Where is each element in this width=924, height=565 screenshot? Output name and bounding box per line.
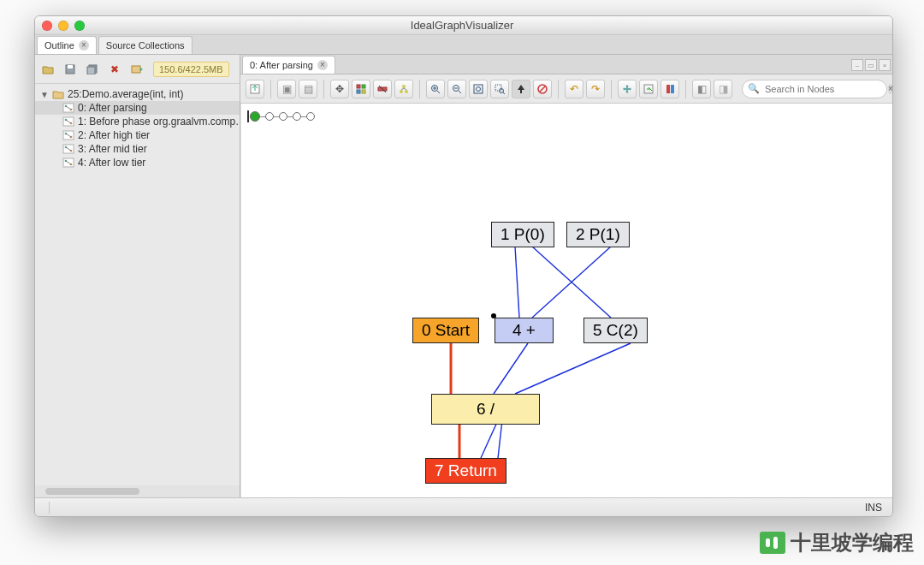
svg-rect-24	[362, 90, 365, 93]
extract-icon[interactable]	[639, 80, 658, 98]
filter-icon[interactable]: ◨	[714, 80, 732, 98]
zoom-region-icon[interactable]	[490, 80, 509, 98]
graph-file-icon	[62, 144, 74, 154]
graph-file-icon	[62, 116, 74, 127]
tree-root-label: 25:Demo.average(int, int)	[68, 88, 183, 100]
undo-icon[interactable]: ↶	[565, 80, 583, 98]
close-icon[interactable]: ×	[317, 60, 328, 70]
wechat-logo-icon	[760, 532, 785, 554]
graph-edges	[241, 104, 892, 497]
tree-item[interactable]: 3: After mid tier	[35, 142, 240, 156]
folder-icon	[52, 89, 64, 99]
tree-item[interactable]: 2: After high tier	[35, 128, 240, 142]
main-toolbar: ▣ ▤ ✥ ↶ ↷	[240, 74, 892, 104]
close-pane-icon[interactable]: ×	[879, 59, 891, 71]
svg-rect-40	[671, 85, 674, 93]
document-tabstrip: 0: After parsing × – ▭ ×	[240, 55, 892, 74]
insert-mode-indicator: INS	[865, 502, 886, 514]
svg-point-28	[400, 90, 403, 93]
hide-icon[interactable]	[373, 80, 392, 98]
tab-label: Outline	[44, 40, 74, 51]
search-box[interactable]: 🔍 ×	[742, 80, 887, 98]
save-icon[interactable]	[61, 60, 80, 79]
svg-line-45	[515, 343, 631, 394]
tree-item-label: 2: After high tier	[78, 129, 150, 141]
zoom-in-icon[interactable]	[426, 80, 445, 98]
svg-point-29	[405, 90, 408, 93]
svg-line-44	[494, 343, 528, 394]
svg-line-41	[515, 247, 519, 318]
delete-icon[interactable]: ✖	[105, 60, 124, 79]
app-window: IdealGraphVisualizer Outline × Source Co…	[34, 15, 893, 517]
zoom-out-icon[interactable]	[447, 80, 466, 98]
graph-node-parameter[interactable]: 2 P(1)	[566, 222, 630, 247]
svg-rect-34	[495, 85, 501, 91]
tab-outline[interactable]: Outline ×	[37, 36, 97, 54]
clear-search-icon[interactable]: ×	[888, 84, 893, 94]
watermark-text: 十里坡学编程	[791, 529, 914, 556]
pin-icon[interactable]: ◧	[692, 80, 711, 98]
document-tab-label: 0: After parsing	[250, 60, 313, 70]
sidebar-toolbar: ✖ 150.6/422.5MB	[35, 55, 240, 84]
search-input[interactable]	[763, 83, 885, 95]
graph-node-divide[interactable]: 6 /	[431, 394, 540, 425]
bookmark-icon[interactable]	[660, 80, 679, 98]
save-all-icon[interactable]	[83, 60, 102, 79]
svg-rect-4	[132, 66, 140, 73]
collapse-icon[interactable]: ▣	[277, 80, 296, 98]
maximize-window-button[interactable]	[74, 21, 85, 31]
tree-item-label: 3: After mid tier	[78, 143, 147, 155]
svg-line-37	[540, 86, 545, 92]
zoom-fit-icon[interactable]	[469, 80, 488, 98]
document-tab[interactable]: 0: After parsing ×	[242, 56, 335, 74]
tree-item[interactable]: 1: Before phase org.graalvm.comp…	[35, 115, 240, 128]
svg-line-47	[498, 420, 502, 458]
graph-node-add[interactable]: 4 +	[495, 318, 554, 343]
minimize-window-button[interactable]	[58, 21, 68, 31]
window-controls	[42, 21, 85, 31]
restore-pane-icon[interactable]: ▭	[865, 59, 877, 71]
sidebar-scrollbar[interactable]	[35, 485, 240, 497]
sidebar-tabstrip: Outline × Source Collections	[35, 35, 892, 55]
expand-icon[interactable]: ▤	[299, 80, 317, 98]
refresh-icon[interactable]	[127, 60, 146, 79]
redo-icon[interactable]: ↷	[586, 80, 605, 98]
watermark: 十里坡学编程	[760, 529, 914, 556]
select-mode-icon[interactable]	[512, 80, 530, 98]
open-icon[interactable]	[38, 60, 57, 79]
graph-canvas[interactable]: 1 P(0) 2 P(1) 0 Start 4 + 5 C(2) 6 / 7 R…	[240, 104, 892, 497]
sidebar: ✖ 150.6/422.5MB ▼ 25:Demo.average(int, i…	[35, 55, 240, 497]
graph-node-start[interactable]: 0 Start	[412, 318, 479, 343]
graph-file-icon	[62, 130, 74, 140]
graph-file-icon	[62, 103, 74, 113]
tab-label: Source Collections	[106, 40, 185, 51]
svg-rect-22	[362, 85, 365, 88]
graph-node-return[interactable]: 7 Return	[425, 458, 506, 484]
svg-rect-3	[87, 67, 95, 74]
svg-rect-1	[68, 65, 73, 68]
status-bar: INS	[35, 497, 892, 516]
svg-point-33	[477, 86, 481, 91]
main-panel: 0: After parsing × – ▭ × ▣ ▤ ✥	[240, 55, 892, 497]
close-window-button[interactable]	[42, 21, 52, 31]
graph-file-icon	[62, 158, 74, 168]
layout-icon[interactable]	[352, 80, 370, 98]
pan-icon[interactable]	[618, 80, 637, 98]
svg-rect-21	[357, 85, 360, 88]
graph-node-parameter[interactable]: 1 P(0)	[491, 222, 554, 247]
tree-item[interactable]: 4: After low tier	[35, 156, 240, 170]
disclosure-triangle-icon[interactable]: ▼	[40, 90, 49, 99]
tree-root[interactable]: ▼ 25:Demo.average(int, int)	[35, 87, 240, 101]
flow-icon[interactable]	[394, 80, 413, 98]
stop-icon[interactable]	[533, 80, 552, 98]
tree-item-label: 1: Before phase org.graalvm.comp…	[78, 116, 240, 128]
minimize-pane-icon[interactable]: –	[851, 59, 863, 71]
export-icon[interactable]	[246, 80, 264, 98]
close-icon[interactable]: ×	[79, 40, 89, 51]
tab-source-collections[interactable]: Source Collections	[98, 36, 192, 54]
graph-node-constant[interactable]: 5 C(2)	[583, 318, 648, 343]
tree-item-label: 4: After low tier	[78, 157, 145, 169]
outline-tree[interactable]: ▼ 25:Demo.average(int, int) 0: After par…	[35, 84, 240, 485]
tree-item[interactable]: 0: After parsing	[35, 101, 240, 115]
move-icon[interactable]: ✥	[330, 80, 349, 98]
